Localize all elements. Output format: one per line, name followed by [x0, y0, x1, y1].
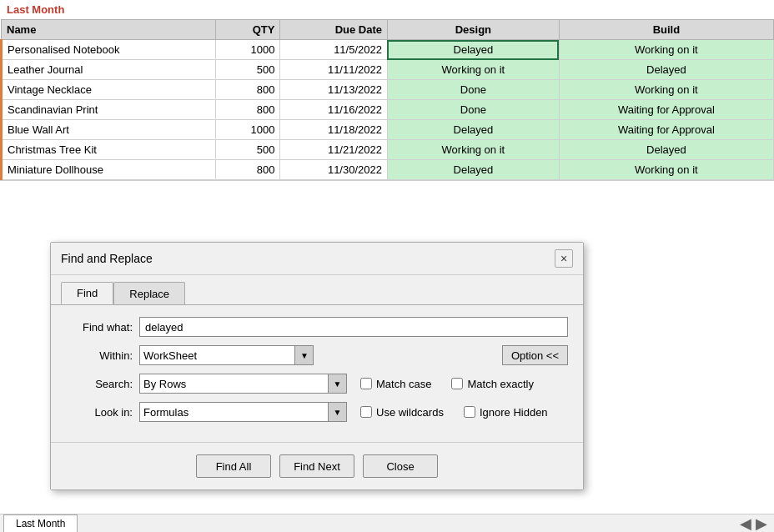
lookin-select[interactable]: Formulas Values Notes — [139, 402, 329, 422]
search-select-wrap: By Rows By Columns ▼ — [139, 374, 347, 394]
dialog-title: Find and Replace — [61, 252, 153, 265]
cell-qty[interactable]: 800 — [216, 80, 280, 100]
match-case-label[interactable]: Match case — [360, 378, 431, 390]
header-design: Design — [387, 20, 559, 40]
cell-build[interactable]: Delayed — [559, 140, 773, 160]
table-row[interactable]: Miniature Dollhouse80011/30/2022DelayedW… — [2, 160, 774, 180]
within-select[interactable]: WorkSheet Workbook — [139, 345, 295, 365]
cell-qty[interactable]: 800 — [216, 100, 280, 120]
cell-build[interactable]: Waiting for Approval — [559, 120, 773, 140]
search-dropdown-arrow[interactable]: ▼ — [329, 374, 347, 394]
cell-name[interactable]: Personalised Notebook — [2, 40, 216, 60]
use-wildcards-label[interactable]: Use wildcards — [360, 406, 444, 419]
cell-name[interactable]: Christmas Tree Kit — [2, 140, 216, 160]
lookin-checkboxes: Use wildcards Ignore Hidden — [360, 406, 568, 419]
within-label: Within: — [66, 349, 133, 362]
table-row[interactable]: Leather Journal50011/11/2022Working on i… — [2, 60, 774, 80]
cell-qty[interactable]: 1000 — [216, 40, 280, 60]
cell-due[interactable]: 11/11/2022 — [280, 60, 388, 80]
find-what-row: Find what: — [66, 317, 568, 337]
cell-name[interactable]: Leather Journal — [2, 60, 216, 80]
cell-qty[interactable]: 500 — [216, 60, 280, 80]
cell-due[interactable]: 11/18/2022 — [280, 120, 388, 140]
ignore-hidden-checkbox[interactable] — [464, 406, 475, 418]
cell-design[interactable]: Working on it — [387, 60, 559, 80]
match-exactly-label[interactable]: Match exactly — [451, 378, 533, 390]
cell-build[interactable]: Waiting for Approval — [559, 100, 773, 120]
tab-replace[interactable]: Replace — [113, 282, 185, 304]
tab-find[interactable]: Find — [61, 282, 113, 304]
cell-design[interactable]: Delayed — [387, 160, 559, 180]
dialog-close-button[interactable]: × — [555, 249, 573, 268]
cell-design[interactable]: Delayed — [387, 120, 559, 140]
within-row: Within: WorkSheet Workbook ▼ Option << — [66, 345, 568, 365]
find-replace-dialog: Find and Replace × Find Replace Find wha… — [50, 242, 584, 490]
cell-build[interactable]: Delayed — [559, 60, 773, 80]
lookin-row: Look in: Formulas Values Notes ▼ Use wil… — [66, 402, 568, 422]
lookin-dropdown-arrow[interactable]: ▼ — [329, 402, 347, 422]
cell-design[interactable]: Delayed — [387, 40, 559, 60]
find-next-button[interactable]: Find Next — [279, 454, 354, 478]
cell-design[interactable]: Working on it — [387, 140, 559, 160]
cell-build[interactable]: Working on it — [559, 40, 773, 60]
dialog-footer: Find All Find Next Close — [51, 442, 583, 489]
find-what-input[interactable] — [139, 317, 568, 337]
cell-due[interactable]: 11/5/2022 — [280, 40, 388, 60]
sheet-bottom-bar: Last Month ◀ ▶ — [0, 514, 774, 532]
option-button[interactable]: Option << — [502, 345, 568, 365]
header-build: Build — [559, 20, 773, 40]
search-select[interactable]: By Rows By Columns — [139, 374, 329, 394]
table-header-row: Name QTY Due Date Design Build — [2, 20, 774, 40]
cell-due[interactable]: 11/30/2022 — [280, 160, 388, 180]
within-select-wrap: WorkSheet Workbook ▼ — [139, 345, 314, 365]
cell-name[interactable]: Vintage Necklace — [2, 80, 216, 100]
sheet-tab[interactable]: Last Month — [3, 514, 78, 532]
header-due: Due Date — [280, 20, 388, 40]
table-row[interactable]: Scandinavian Print80011/16/2022DoneWaiti… — [2, 100, 774, 120]
ignore-hidden-label[interactable]: Ignore Hidden — [464, 406, 548, 419]
cell-name[interactable]: Blue Wall Art — [2, 120, 216, 140]
cell-build[interactable]: Working on it — [559, 80, 773, 100]
dialog-body: Find what: Within: WorkSheet Workbook ▼ … — [51, 304, 583, 442]
dialog-titlebar: Find and Replace × — [51, 243, 583, 275]
cell-due[interactable]: 11/13/2022 — [280, 80, 388, 100]
find-all-button[interactable]: Find All — [196, 454, 271, 478]
search-checkboxes: Match case Match exactly — [360, 378, 568, 390]
table-row[interactable]: Personalised Notebook100011/5/2022Delaye… — [2, 40, 774, 60]
spreadsheet: Last Month Name QTY Due Date Design Buil… — [0, 0, 774, 180]
cell-due[interactable]: 11/21/2022 — [280, 140, 388, 160]
cell-qty[interactable]: 500 — [216, 140, 280, 160]
search-label: Search: — [66, 378, 133, 390]
match-case-checkbox[interactable] — [360, 378, 372, 389]
cell-qty[interactable]: 1000 — [216, 120, 280, 140]
search-row: Search: By Rows By Columns ▼ Match case — [66, 374, 568, 394]
section-label: Last Month — [0, 0, 71, 19]
cell-design[interactable]: Done — [387, 80, 559, 100]
lookin-label: Look in: — [66, 406, 133, 419]
within-dropdown-arrow[interactable]: ▼ — [295, 345, 314, 365]
table-row[interactable]: Blue Wall Art100011/18/2022DelayedWaitin… — [2, 120, 774, 140]
table-row[interactable]: Vintage Necklace80011/13/2022DoneWorking… — [2, 80, 774, 100]
cell-build[interactable]: Working on it — [559, 160, 773, 180]
cell-name[interactable]: Miniature Dollhouse — [2, 160, 216, 180]
cell-qty[interactable]: 800 — [216, 160, 280, 180]
table-row[interactable]: Christmas Tree Kit50011/21/2022Working o… — [2, 140, 774, 160]
dialog-tabs: Find Replace — [51, 275, 583, 304]
use-wildcards-checkbox[interactable] — [360, 406, 372, 418]
cell-design[interactable]: Done — [387, 100, 559, 120]
lookin-select-wrap: Formulas Values Notes ▼ — [139, 402, 347, 422]
cell-due[interactable]: 11/16/2022 — [280, 100, 388, 120]
close-button[interactable]: Close — [363, 454, 438, 478]
header-name: Name — [2, 20, 216, 40]
match-exactly-checkbox[interactable] — [451, 378, 463, 389]
data-table: Name QTY Due Date Design Build Personali… — [0, 19, 774, 180]
cell-name[interactable]: Scandinavian Print — [2, 100, 216, 120]
find-what-label: Find what: — [66, 321, 133, 334]
header-qty: QTY — [216, 20, 280, 40]
